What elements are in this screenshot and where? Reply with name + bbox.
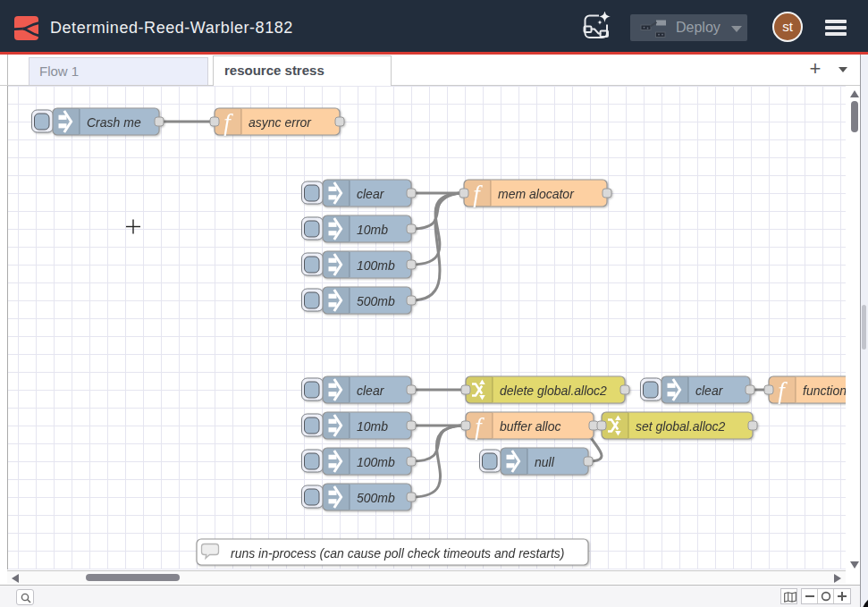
svg-text:500mb: 500mb [357, 294, 395, 308]
svg-text:function: function [803, 384, 846, 398]
svg-text:clear: clear [357, 384, 385, 398]
svg-text:set global.alloc2: set global.alloc2 [636, 419, 726, 434]
svg-text:100mb: 100mb [357, 258, 395, 273]
svg-text:500mb: 500mb [357, 491, 395, 505]
svg-text:delete global.alloc2: delete global.alloc2 [500, 384, 607, 398]
svg-text:clear: clear [695, 384, 724, 398]
svg-text:null: null [535, 455, 555, 469]
svg-text:10mb: 10mb [357, 419, 388, 434]
svg-text:runs in-process (can cause pol: runs in-process (can cause poll check ti… [231, 546, 565, 561]
svg-text:10mb: 10mb [357, 223, 388, 237]
svg-text:mem alocator: mem alocator [498, 187, 575, 201]
svg-text:100mb: 100mb [357, 455, 395, 469]
svg-text:clear: clear [357, 187, 385, 201]
svg-text:Crash me: Crash me [87, 115, 141, 130]
svg-text:async error: async error [249, 115, 312, 130]
svg-text:buffer alloc: buffer alloc [500, 419, 560, 434]
